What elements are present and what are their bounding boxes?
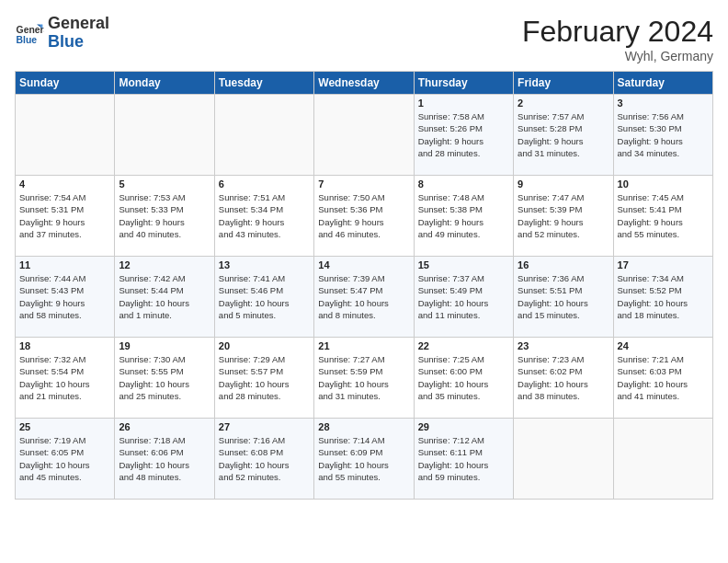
day-number: 29 <box>418 421 509 432</box>
day-info: Sunrise: 7:36 AM Sunset: 5:51 PM Dayligh… <box>518 272 609 321</box>
calendar-cell: 10Sunrise: 7:45 AM Sunset: 5:41 PM Dayli… <box>613 176 712 257</box>
calendar-cell: 21Sunrise: 7:27 AM Sunset: 5:59 PM Dayli… <box>314 338 414 419</box>
calendar-cell: 1Sunrise: 7:58 AM Sunset: 5:26 PM Daylig… <box>414 95 513 176</box>
day-number: 1 <box>418 98 509 109</box>
calendar-cell <box>314 95 414 176</box>
day-number: 24 <box>618 340 709 351</box>
calendar-cell: 13Sunrise: 7:41 AM Sunset: 5:46 PM Dayli… <box>214 257 313 338</box>
day-info: Sunrise: 7:18 AM Sunset: 6:06 PM Dayligh… <box>119 434 210 483</box>
calendar-cell: 27Sunrise: 7:16 AM Sunset: 6:08 PM Dayli… <box>214 419 313 500</box>
day-info: Sunrise: 7:54 AM Sunset: 5:31 PM Dayligh… <box>19 191 110 240</box>
calendar-cell: 15Sunrise: 7:37 AM Sunset: 5:49 PM Dayli… <box>414 257 513 338</box>
day-info: Sunrise: 7:39 AM Sunset: 5:47 PM Dayligh… <box>318 272 409 321</box>
day-number: 12 <box>119 259 210 270</box>
day-info: Sunrise: 7:58 AM Sunset: 5:26 PM Dayligh… <box>418 110 509 159</box>
day-info: Sunrise: 7:53 AM Sunset: 5:33 PM Dayligh… <box>119 191 210 240</box>
calendar-cell <box>16 95 115 176</box>
calendar-cell: 17Sunrise: 7:34 AM Sunset: 5:52 PM Dayli… <box>613 257 712 338</box>
calendar-cell: 18Sunrise: 7:32 AM Sunset: 5:54 PM Dayli… <box>16 338 115 419</box>
day-info: Sunrise: 7:21 AM Sunset: 6:03 PM Dayligh… <box>618 353 709 402</box>
calendar-week-2: 11Sunrise: 7:44 AM Sunset: 5:43 PM Dayli… <box>16 257 713 338</box>
day-info: Sunrise: 7:44 AM Sunset: 5:43 PM Dayligh… <box>19 272 110 321</box>
day-info: Sunrise: 7:27 AM Sunset: 5:59 PM Dayligh… <box>318 353 409 402</box>
title-block: February 2024 Wyhl, Germany <box>522 15 713 63</box>
day-info: Sunrise: 7:14 AM Sunset: 6:09 PM Dayligh… <box>318 434 409 483</box>
col-saturday: Saturday <box>613 72 712 95</box>
day-info: Sunrise: 7:12 AM Sunset: 6:11 PM Dayligh… <box>418 434 509 483</box>
logo: General Blue General Blue <box>15 15 109 52</box>
calendar-cell: 3Sunrise: 7:56 AM Sunset: 5:30 PM Daylig… <box>613 95 712 176</box>
calendar-cell <box>613 419 712 500</box>
calendar-cell: 14Sunrise: 7:39 AM Sunset: 5:47 PM Dayli… <box>314 257 414 338</box>
day-number: 16 <box>518 259 609 270</box>
day-number: 21 <box>318 340 409 351</box>
day-info: Sunrise: 7:42 AM Sunset: 5:44 PM Dayligh… <box>119 272 210 321</box>
day-number: 2 <box>518 98 609 109</box>
day-number: 5 <box>119 178 210 190</box>
calendar-cell: 4Sunrise: 7:54 AM Sunset: 5:31 PM Daylig… <box>16 176 115 257</box>
day-info: Sunrise: 7:56 AM Sunset: 5:30 PM Dayligh… <box>618 110 709 159</box>
calendar-cell: 2Sunrise: 7:57 AM Sunset: 5:28 PM Daylig… <box>514 95 613 176</box>
day-number: 9 <box>518 178 609 190</box>
day-info: Sunrise: 7:23 AM Sunset: 6:02 PM Dayligh… <box>518 353 609 402</box>
calendar-cell: 5Sunrise: 7:53 AM Sunset: 5:33 PM Daylig… <box>115 176 214 257</box>
day-info: Sunrise: 7:30 AM Sunset: 5:55 PM Dayligh… <box>119 353 210 402</box>
calendar-cell: 22Sunrise: 7:25 AM Sunset: 6:00 PM Dayli… <box>414 338 513 419</box>
day-info: Sunrise: 7:41 AM Sunset: 5:46 PM Dayligh… <box>219 272 310 321</box>
col-friday: Friday <box>514 72 613 95</box>
day-info: Sunrise: 7:16 AM Sunset: 6:08 PM Dayligh… <box>219 434 310 483</box>
calendar-cell: 25Sunrise: 7:19 AM Sunset: 6:05 PM Dayli… <box>16 419 115 500</box>
day-number: 8 <box>418 178 509 190</box>
calendar-cell: 23Sunrise: 7:23 AM Sunset: 6:02 PM Dayli… <box>514 338 613 419</box>
calendar-subtitle: Wyhl, Germany <box>522 49 713 63</box>
day-number: 3 <box>618 98 709 109</box>
day-info: Sunrise: 7:32 AM Sunset: 5:54 PM Dayligh… <box>19 353 110 402</box>
calendar-cell: 26Sunrise: 7:18 AM Sunset: 6:06 PM Dayli… <box>115 419 214 500</box>
day-number: 22 <box>418 340 509 351</box>
svg-text:Blue: Blue <box>17 35 38 45</box>
calendar-table: Sunday Monday Tuesday Wednesday Thursday… <box>15 71 713 500</box>
day-number: 10 <box>618 178 709 190</box>
day-number: 27 <box>219 421 310 432</box>
day-number: 19 <box>119 340 210 351</box>
day-info: Sunrise: 7:34 AM Sunset: 5:52 PM Dayligh… <box>618 272 709 321</box>
day-info: Sunrise: 7:45 AM Sunset: 5:41 PM Dayligh… <box>618 191 709 240</box>
col-monday: Monday <box>115 72 214 95</box>
day-number: 15 <box>418 259 509 270</box>
col-sunday: Sunday <box>16 72 115 95</box>
calendar-cell: 28Sunrise: 7:14 AM Sunset: 6:09 PM Dayli… <box>314 419 414 500</box>
day-number: 11 <box>19 259 110 270</box>
day-info: Sunrise: 7:25 AM Sunset: 6:00 PM Dayligh… <box>418 353 509 402</box>
day-info: Sunrise: 7:50 AM Sunset: 5:36 PM Dayligh… <box>318 191 409 240</box>
col-tuesday: Tuesday <box>214 72 313 95</box>
day-info: Sunrise: 7:57 AM Sunset: 5:28 PM Dayligh… <box>518 110 609 159</box>
page-header: General Blue General Blue February 2024 … <box>15 15 713 63</box>
calendar-week-4: 25Sunrise: 7:19 AM Sunset: 6:05 PM Dayli… <box>16 419 713 500</box>
calendar-cell: 19Sunrise: 7:30 AM Sunset: 5:55 PM Dayli… <box>115 338 214 419</box>
calendar-cell: 8Sunrise: 7:48 AM Sunset: 5:38 PM Daylig… <box>414 176 513 257</box>
calendar-cell: 12Sunrise: 7:42 AM Sunset: 5:44 PM Dayli… <box>115 257 214 338</box>
calendar-cell: 16Sunrise: 7:36 AM Sunset: 5:51 PM Dayli… <box>514 257 613 338</box>
day-number: 20 <box>219 340 310 351</box>
day-number: 6 <box>219 178 310 190</box>
calendar-week-0: 1Sunrise: 7:58 AM Sunset: 5:26 PM Daylig… <box>16 95 713 176</box>
calendar-cell <box>514 419 613 500</box>
day-number: 14 <box>318 259 409 270</box>
day-number: 4 <box>19 178 110 190</box>
calendar-cell: 24Sunrise: 7:21 AM Sunset: 6:03 PM Dayli… <box>613 338 712 419</box>
col-wednesday: Wednesday <box>314 72 414 95</box>
day-info: Sunrise: 7:37 AM Sunset: 5:49 PM Dayligh… <box>418 272 509 321</box>
calendar-cell: 29Sunrise: 7:12 AM Sunset: 6:11 PM Dayli… <box>414 419 513 500</box>
day-info: Sunrise: 7:19 AM Sunset: 6:05 PM Dayligh… <box>19 434 110 483</box>
calendar-cell: 20Sunrise: 7:29 AM Sunset: 5:57 PM Dayli… <box>214 338 313 419</box>
calendar-title: February 2024 <box>522 15 713 49</box>
day-number: 7 <box>318 178 409 190</box>
calendar-cell: 9Sunrise: 7:47 AM Sunset: 5:39 PM Daylig… <box>514 176 613 257</box>
day-number: 13 <box>219 259 310 270</box>
day-info: Sunrise: 7:29 AM Sunset: 5:57 PM Dayligh… <box>219 353 310 402</box>
day-number: 26 <box>119 421 210 432</box>
calendar-cell <box>115 95 214 176</box>
calendar-cell: 6Sunrise: 7:51 AM Sunset: 5:34 PM Daylig… <box>214 176 313 257</box>
day-info: Sunrise: 7:47 AM Sunset: 5:39 PM Dayligh… <box>518 191 609 240</box>
day-info: Sunrise: 7:48 AM Sunset: 5:38 PM Dayligh… <box>418 191 509 240</box>
